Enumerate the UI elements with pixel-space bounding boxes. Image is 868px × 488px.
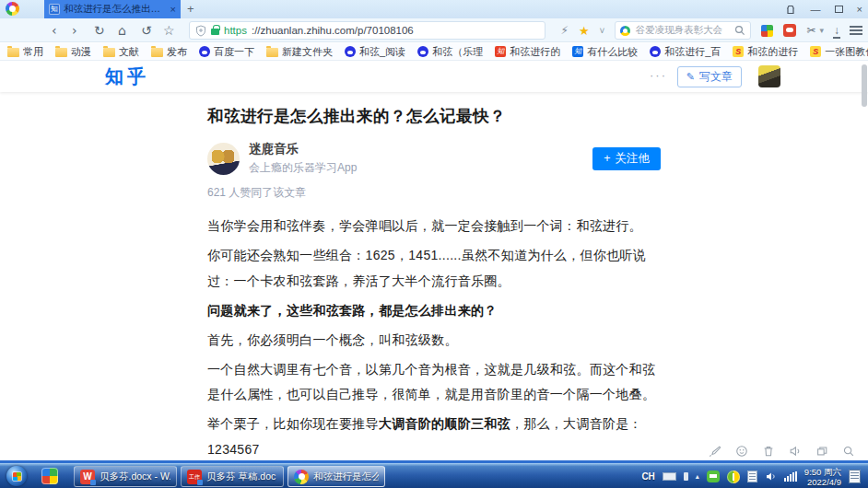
back-icon[interactable]: ‹ <box>52 18 57 42</box>
search-input[interactable]: 谷爱凌现身表彰大会 <box>615 21 751 40</box>
keyboard-icon[interactable] <box>663 472 676 481</box>
bookmark-star-icon[interactable]: ★ <box>579 24 590 38</box>
folder-icon <box>266 48 278 57</box>
bookmark-label: 一张图教你 <box>825 45 868 59</box>
wechat-icon[interactable] <box>707 471 720 482</box>
taskbar-task-wps[interactable]: W 贝多芬.docx - W... <box>74 466 177 487</box>
close-button[interactable]: × <box>857 0 862 18</box>
window-controls: — × <box>784 0 862 18</box>
browser-logo-icon[interactable] <box>6 2 19 16</box>
taskbar-pinned-app-icon[interactable] <box>41 468 58 484</box>
skin-theme-icon[interactable] <box>784 4 797 15</box>
follow-label: 关注他 <box>616 151 651 167</box>
forward-icon[interactable]: › <box>72 18 77 42</box>
windows-flag-icon <box>13 472 21 481</box>
bookmark-label: 和弦进行_百 <box>664 45 721 59</box>
bookmark-item[interactable]: 和弦_阅读 <box>345 45 405 59</box>
bookmark-folder[interactable]: 文献 <box>103 45 139 59</box>
rocket-icon[interactable] <box>709 445 721 458</box>
accelerate-icon[interactable]: ⚡ <box>560 24 568 37</box>
shield-icon[interactable] <box>195 25 206 37</box>
window-restore-icon[interactable] <box>815 445 828 458</box>
address-bar[interactable]: https ://zhuanlan.zhihu.com/p/70108106 <box>189 21 545 40</box>
bookmark-item[interactable]: 知有什么比较 <box>572 45 638 59</box>
app-grid-icon[interactable] <box>761 25 773 37</box>
minimize-button[interactable]: — <box>811 0 821 18</box>
zhihu-logo[interactable]: 知乎 <box>105 64 149 89</box>
article-title: 和弦进行是怎么推出来的？怎么记最快？ <box>207 105 661 127</box>
bookmark-label: 和弦进行的 <box>510 45 560 59</box>
paragraph-segment-bold: 大调音阶的顺阶三和弦 <box>379 416 510 431</box>
game-center-icon[interactable] <box>783 24 796 37</box>
author-avatar[interactable] <box>207 143 240 175</box>
bookmark-folder[interactable]: 动漫 <box>55 45 91 59</box>
header-more-icon[interactable]: ··· <box>650 68 667 82</box>
bookmark-item[interactable]: 百度一下 <box>199 45 254 59</box>
usb-device-icon[interactable] <box>684 472 688 481</box>
refresh-icon[interactable]: ↻ <box>94 18 105 42</box>
taskbar-task-browser[interactable]: 和弦进行是怎么... <box>287 466 385 487</box>
nav-toolbar: ⚡ ★ ˅ 谷爱凌现身表彰大会 ✂ ▾ ↓ <box>560 18 862 42</box>
search-engine-icon[interactable] <box>620 26 630 36</box>
start-button[interactable] <box>6 466 27 486</box>
trash-icon[interactable] <box>762 445 775 458</box>
search-suggestion: 谷爱凌现身表彰大会 <box>635 24 730 37</box>
author-name[interactable]: 迷鹿音乐 <box>249 141 357 157</box>
author-info: 迷鹿音乐 会上瘾的乐器学习App <box>249 141 357 176</box>
tray-expand-icon[interactable]: ▴ <box>696 472 699 481</box>
write-article-button[interactable]: ✎ 写文章 <box>677 66 742 87</box>
bookmark-item[interactable]: S一张图教你 <box>810 45 868 59</box>
bookmarks-bar: 常用 动漫 文献 发布 百度一下 新建文件夹 和弦_阅读 和弦（乐理 知和弦进行… <box>0 43 868 61</box>
zhihu-red-icon: 知 <box>495 46 506 57</box>
emoji-icon[interactable] <box>735 445 748 458</box>
screenshot-scissors-icon[interactable]: ✂ <box>806 24 815 37</box>
bookmark-folder[interactable]: 发布 <box>151 45 187 59</box>
volume-icon[interactable] <box>765 471 777 482</box>
home-icon[interactable]: ⌂ <box>118 18 126 42</box>
scissors-caret-icon[interactable]: ▾ <box>819 26 824 35</box>
bookmark-item[interactable]: 知和弦进行的 <box>495 45 560 59</box>
undo-icon[interactable]: ↺ <box>141 18 152 42</box>
follow-button[interactable]: + 关注他 <box>592 147 661 170</box>
bookmark-item[interactable]: 和弦（乐理 <box>417 45 483 59</box>
chevron-down-icon[interactable]: ˅ <box>600 26 605 36</box>
sogou-icon: S <box>733 46 744 57</box>
upvotes-meta: 621 人赞同了该文章 <box>207 185 661 201</box>
security-shield-icon[interactable] <box>727 471 740 483</box>
new-tab-button[interactable]: + <box>187 2 194 16</box>
paragraph: 首先，你必须明白一个概念，叫和弦级数。 <box>207 328 661 354</box>
favorites-star-icon[interactable]: ☆ <box>163 18 175 42</box>
notes-icon[interactable] <box>747 471 757 482</box>
tab-close-icon[interactable]: × <box>170 4 176 15</box>
author-row: 迷鹿音乐 会上瘾的乐器学习App + 关注他 <box>207 141 661 176</box>
zhihu-header: 知乎 ··· ✎ 写文章 <box>0 61 868 92</box>
paragraph: 当你学会用和弦伴奏，学会弹唱以后，就一定会接触到一个词：和弦进行。 <box>207 214 661 239</box>
search-magnifier-icon[interactable] <box>734 25 745 36</box>
bookmark-label: 新建文件夹 <box>282 45 333 59</box>
bookmark-folder[interactable]: 常用 <box>7 45 43 59</box>
notebook-icon[interactable] <box>849 470 861 483</box>
zoom-magnifier-icon[interactable] <box>842 445 855 458</box>
menu-hamburger-icon[interactable] <box>850 26 862 35</box>
mute-speaker-icon[interactable] <box>789 445 802 458</box>
paragraph-segment: 举个栗子，比如你现在要推导 <box>207 416 379 431</box>
restore-button[interactable] <box>835 6 843 13</box>
paragraph: 一个自然大调里有七个音，以第几个音为根音，这就是几级和弦。而这个和弦是什么属性，… <box>207 357 661 408</box>
user-avatar[interactable] <box>758 65 780 87</box>
bookmark-item[interactable]: S和弦的进行 <box>733 45 798 59</box>
bookmark-folder[interactable]: 新建文件夹 <box>266 45 333 59</box>
taskbar-task-doc[interactable]: 工作 贝多芬 草稿.doc ... <box>181 466 284 487</box>
bookmark-label: 常用 <box>23 45 43 59</box>
language-indicator[interactable]: CH <box>641 471 654 482</box>
article: 和弦进行是怎么推出来的？怎么记最快？ 迷鹿音乐 会上瘾的乐器学习App + 关注… <box>207 105 661 460</box>
browser-tab-active[interactable]: 知 和弦进行是怎么推出来的？怎... × <box>44 0 181 18</box>
bookmark-label: 发布 <box>167 45 187 59</box>
network-signal-icon[interactable] <box>784 471 797 482</box>
bookmark-item[interactable]: 和弦进行_百 <box>650 45 721 59</box>
clock[interactable]: 9:50 周六 2022/4/9 <box>804 467 841 487</box>
paragraph-bold: 问题就来了，这些和弦套路，都是怎么排出来的？ <box>207 298 661 324</box>
download-icon[interactable]: ↓ <box>834 25 839 36</box>
author-bio: 会上瘾的乐器学习App <box>249 160 357 176</box>
paragraph: 举个栗子，比如你现在要推导大调音阶的顺阶三和弦，那么，大调音阶是：1234567 <box>207 412 661 460</box>
page-scrollbar[interactable] <box>862 64 867 107</box>
